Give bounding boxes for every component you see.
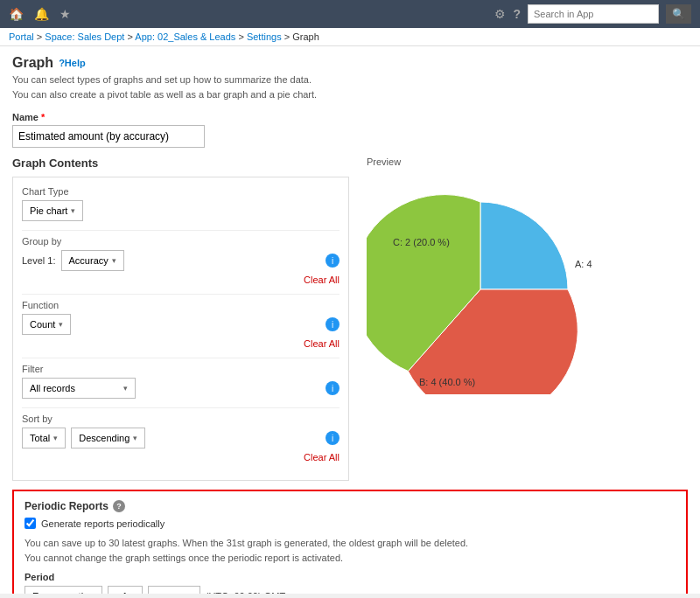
- required-indicator: *: [41, 112, 45, 122]
- bell-icon[interactable]: 🔔: [34, 7, 49, 21]
- chart-type-section: Chart Type Pie chart ▾: [22, 186, 340, 221]
- function-clear-all[interactable]: Clear All: [22, 338, 340, 349]
- chevron-down-icon: ▾: [112, 256, 116, 265]
- function-label: Function: [22, 300, 340, 310]
- name-field-section: Name *: [12, 112, 688, 148]
- chart-type-dropdown[interactable]: Pie chart ▾: [22, 200, 83, 221]
- left-column: Graph Contents Chart Type Pie chart ▾ Gr…: [12, 156, 349, 481]
- generate-periodically-row: Generate reports periodically: [24, 518, 676, 529]
- topbar-right: ⚙ ? 🔍: [494, 4, 691, 24]
- breadcrumb-space[interactable]: Space: Sales Dept: [45, 31, 124, 42]
- topbar: 🏠 🔔 ★ ⚙ ? 🔍: [0, 0, 700, 28]
- right-column: Preview A: 4 (40.0 %) B: 4 (: [367, 156, 688, 403]
- breadcrumb-portal[interactable]: Portal: [9, 31, 34, 42]
- day-input[interactable]: [108, 586, 143, 594]
- graph-contents-box: Chart Type Pie chart ▾ Group by Level 1:: [12, 177, 349, 481]
- breadcrumb-current: Graph: [292, 31, 319, 42]
- search-button[interactable]: 🔍: [666, 4, 691, 24]
- name-label: Name *: [12, 112, 688, 122]
- star-icon[interactable]: ★: [60, 7, 71, 21]
- graph-contents-area: Graph Contents Chart Type Pie chart ▾ Gr…: [12, 156, 688, 481]
- level-label: Level 1:: [22, 255, 56, 266]
- group-by-clear-all[interactable]: Clear All: [22, 275, 340, 285]
- page-title-row: Graph ?Help: [12, 55, 688, 71]
- name-input[interactable]: [12, 125, 205, 148]
- filter-dropdown[interactable]: All records ▾: [22, 378, 136, 399]
- graph-contents-title: Graph Contents: [12, 156, 349, 170]
- function-info-icon[interactable]: i: [326, 317, 340, 331]
- filter-label: Filter: [22, 364, 340, 374]
- periodic-reports-title: Periodic Reports ?: [24, 500, 676, 512]
- breadcrumb-settings[interactable]: Settings: [247, 31, 282, 42]
- search-input[interactable]: [528, 4, 659, 24]
- chevron-down-icon: ▾: [59, 320, 63, 329]
- periodic-info-text: You can save up to 30 latest graphs. Whe…: [24, 536, 676, 565]
- group-by-row: Level 1: Accuracy ▾ i: [22, 250, 340, 271]
- period-row: Every month ▾ (UTC+00:00) GMT: [24, 586, 676, 594]
- help-link[interactable]: ?Help: [59, 58, 86, 68]
- main-content: Graph ?Help You can select types of grap…: [0, 46, 700, 594]
- preview-label: Preview: [367, 156, 688, 167]
- function-row: Count ▾ i: [22, 314, 340, 335]
- group-by-section: Group by Level 1: Accuracy ▾ i Clear All: [22, 236, 340, 285]
- help-icon[interactable]: ?: [513, 7, 521, 21]
- function-dropdown[interactable]: Count ▾: [22, 314, 71, 335]
- function-section: Function Count ▾ i Clear All: [22, 300, 340, 349]
- home-icon[interactable]: 🏠: [9, 7, 24, 21]
- chart-type-label: Chart Type: [22, 186, 340, 197]
- pie-chart: A: 4 (40.0 %) B: 4 (40.0 %) C: 2 (20.0 %…: [367, 176, 612, 403]
- page-description: You can select types of graphs and set u…: [12, 73, 688, 101]
- sort-info-icon[interactable]: i: [326, 431, 340, 445]
- filter-row: All records ▾ i: [22, 378, 340, 399]
- periodic-help-icon[interactable]: ?: [113, 500, 125, 512]
- periodic-reports-section: Periodic Reports ? Generate reports peri…: [12, 490, 688, 594]
- sort-clear-all[interactable]: Clear All: [22, 452, 340, 462]
- chevron-down-icon: ▾: [90, 592, 94, 594]
- group-by-label: Group by: [22, 236, 340, 247]
- generate-periodically-label: Generate reports periodically: [41, 518, 164, 529]
- sort-order-dropdown[interactable]: Descending ▾: [71, 428, 145, 448]
- sort-by-label: Sort by: [22, 414, 340, 424]
- time-input[interactable]: [148, 586, 200, 594]
- period-label: Period: [24, 572, 676, 582]
- breadcrumb: Portal > Space: Sales Dept > App: 02_Sal…: [0, 28, 700, 46]
- pie-label-b: B: 4 (40.0 %): [419, 377, 475, 387]
- accuracy-dropdown[interactable]: Accuracy ▾: [61, 250, 124, 271]
- topbar-left: 🏠 🔔 ★: [9, 7, 71, 21]
- breadcrumb-app[interactable]: App: 02_Sales & Leads: [135, 31, 235, 42]
- page-title: Graph: [12, 55, 53, 71]
- sort-total-dropdown[interactable]: Total ▾: [22, 428, 66, 448]
- filter-info-icon[interactable]: i: [326, 381, 340, 395]
- generate-periodically-checkbox[interactable]: [24, 518, 36, 529]
- frequency-dropdown[interactable]: Every month ▾: [24, 586, 102, 594]
- group-by-info-icon[interactable]: i: [326, 254, 340, 268]
- sort-by-section: Sort by Total ▾ Descending ▾: [22, 414, 340, 462]
- sort-by-row: Total ▾ Descending ▾ i: [22, 428, 340, 448]
- chevron-down-icon: ▾: [71, 206, 75, 215]
- filter-section: Filter All records ▾ i: [22, 364, 340, 399]
- timezone-label: (UTC+00:00) GMT: [206, 591, 285, 594]
- pie-label-a: A: 4 (40.0 %): [575, 259, 594, 269]
- pie-chart-svg: A: 4 (40.0 %) B: 4 (40.0 %) C: 2 (20.0 %…: [367, 176, 594, 394]
- pie-label-c: C: 2 (20.0 %): [393, 237, 450, 247]
- chevron-down-icon: ▾: [53, 434, 58, 442]
- settings-icon[interactable]: ⚙: [494, 7, 506, 21]
- chevron-down-icon: ▾: [133, 434, 137, 442]
- chevron-down-icon: ▾: [123, 384, 128, 393]
